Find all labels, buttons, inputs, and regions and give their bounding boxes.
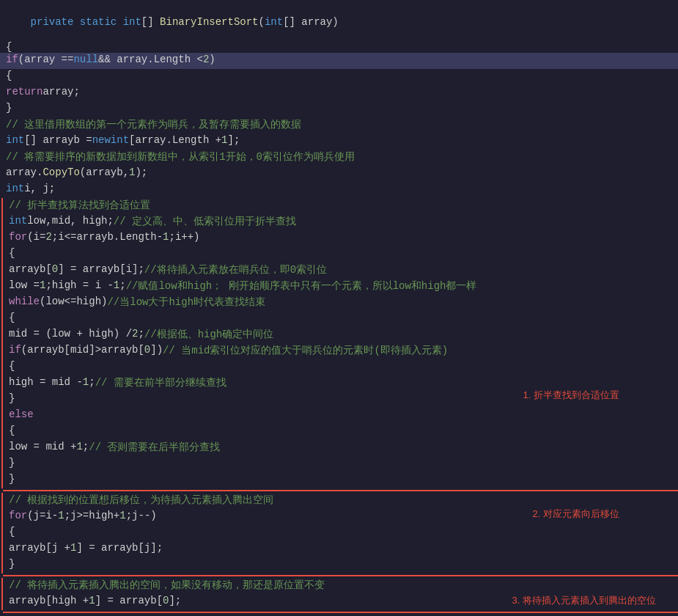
comment-1: // 这里借用数组的第一个元素作为哨兵，及暂存需要插入的数据 (0, 117, 678, 133)
copyto-line: array.CopyTo(arrayb, 1); (0, 166, 678, 182)
annotation-3: 3. 将待插入元素插入到腾出的空位 (512, 594, 656, 607)
keyword-private: private (31, 16, 80, 28)
sentinel-assign: arrayb[0] = arrayb[i];//将待插入元素放在哨兵位，即0索引… (1, 263, 678, 279)
num-2: 2 (203, 54, 209, 65)
brace-open-1: { (0, 69, 678, 85)
separator-2 (3, 575, 678, 576)
brace-close-1: } (0, 101, 678, 117)
param-type: int (265, 16, 283, 28)
mid-assign: mid = (low + high) / 2;//根据低、high确定中间位 (1, 327, 678, 343)
annotation-1: 1. 折半查找到合适位置 (523, 389, 619, 402)
else-brace-open: { (1, 424, 678, 440)
arrayb-decl: int[] arrayb = new int[array.Length + 1]… (0, 133, 678, 150)
while-brace-close: } (1, 472, 678, 488)
else-line: else (1, 408, 678, 424)
separator-3 (3, 612, 678, 613)
code-container: private static int[] BinaryInsertSort(in… (0, 0, 678, 616)
if-brace: { (1, 359, 678, 375)
comment-2: // 将需要排序的新数据加到新数组中，从索引1开始，0索引位作为哨兵使用 (0, 150, 678, 166)
comment-insert: // 将待插入元素插入腾出的空间，如果没有移动，那还是原位置不变 (1, 578, 678, 594)
if-arrayb-mid: if(arrayb[mid]>arrayb[0]) // 当mid索引位对应的值… (1, 343, 678, 359)
separator-1 (3, 490, 678, 491)
if-line: if (array == null && array.Length < 2) (0, 53, 678, 69)
low-mid-high: int low,mid, high;// 定义高、中、低索引位用于折半查找 (1, 214, 678, 230)
arrayb-shift: arrayb[j + 1] = arrayb[j]; (1, 541, 678, 557)
kw-null: null (73, 54, 98, 65)
annotation-2: 2. 对应元素向后移位 (533, 507, 619, 521)
header-line-2: { (0, 41, 678, 53)
for-j-brace-close: } (1, 557, 678, 573)
paren-close: ) (209, 54, 215, 65)
comment-foldhalfsearch: // 折半查找算法找到合适位置 (1, 198, 678, 214)
while-loop: while(low<=high) //当low大于high时代表查找结束 (1, 295, 678, 311)
header-line-1: private static int[] BinaryInsertSort(in… (0, 0, 678, 41)
for-brace: { (1, 246, 678, 263)
while-brace: { (1, 311, 678, 327)
bracket: [] (141, 16, 160, 28)
params: ( (259, 16, 265, 28)
int-ij: int i, j; (0, 182, 678, 198)
for-loop: for(i=2;i<=arrayb.Length-1;i++) (1, 230, 678, 246)
comment-shift: // 根据找到的位置想后移位，为待插入元素插入腾出空间 (1, 493, 678, 509)
if-cond2: && array.Length < (98, 54, 203, 65)
for-j-brace: { (1, 525, 678, 541)
kw-if: if (6, 54, 18, 65)
keyword-static: static (80, 16, 123, 28)
if-cond: (array == (18, 54, 74, 65)
return-line: return array; (0, 85, 678, 101)
method-name: BinaryInsertSort (160, 16, 258, 28)
keyword-int: int (123, 16, 141, 28)
param-rest: [] array) (283, 16, 339, 28)
low-assign: low = mid + 1; // 否则需要在后半部分查找 (1, 440, 678, 456)
low-high-assign: low = 1;high = i - 1; //赋值low和high； 刚开始顺… (1, 279, 678, 295)
else-brace-close: } (1, 456, 678, 472)
